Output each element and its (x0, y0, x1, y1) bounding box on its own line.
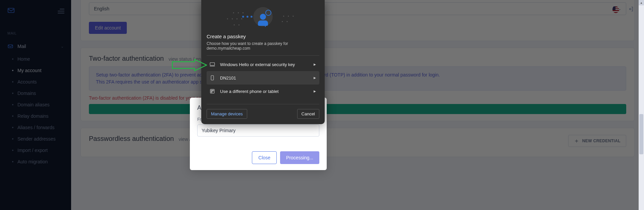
svg-rect-6 (213, 90, 214, 91)
chevron-right-icon: ▶ (314, 76, 316, 80)
svg-rect-5 (211, 90, 212, 91)
passkey-subtitle: Choose how you want to create a passkey … (207, 41, 319, 56)
chevron-right-icon: ▶ (314, 90, 316, 93)
cancel-button[interactable]: Cancel (297, 109, 319, 119)
svg-rect-2 (210, 63, 215, 65)
close-button[interactable]: Close (252, 151, 277, 164)
chevron-right-icon: ▶ (314, 63, 316, 66)
passkey-option-label: Use a different phone or tablet (220, 89, 279, 94)
scrollbar-up-button[interactable]: ▲ (639, 0, 644, 5)
passkey-option-dn2101[interactable]: DN2101 ▶ (207, 71, 319, 85)
app-root: MAIL Mail ⌄ Home My account Accounts Dom… (0, 0, 644, 210)
add-modal-actions: Close Processing... (197, 151, 319, 164)
friendly-name-input[interactable] (197, 124, 319, 137)
passkey-title: Create a passkey (207, 34, 319, 39)
passkey-option-windows-hello[interactable]: Windows Hello or external security key ▶ (207, 58, 319, 71)
passkey-option-different-device[interactable]: Use a different phone or tablet ▶ (207, 85, 319, 98)
passkey-option-label: Windows Hello or external security key (220, 62, 295, 67)
svg-rect-7 (211, 92, 212, 93)
passkey-dialog: ● ● ●● ● ● ●● ● ● ● ●● ● ✱ ✱ ✱ Create a … (201, 0, 325, 124)
svg-rect-3 (211, 75, 214, 80)
passkey-option-label: DN2101 (220, 75, 236, 81)
processing-button[interactable]: Processing... (280, 151, 319, 164)
manage-devices-button[interactable]: Manage devices (207, 109, 247, 119)
passkey-illustration: ● ● ●● ● ● ●● ● ● ● ●● ● ✱ ✱ ✱ (207, 0, 319, 34)
scrollbar-thumb[interactable] (639, 114, 643, 154)
passkey-actions: Manage devices Cancel (207, 104, 319, 119)
scrollbar-track[interactable] (639, 0, 644, 210)
